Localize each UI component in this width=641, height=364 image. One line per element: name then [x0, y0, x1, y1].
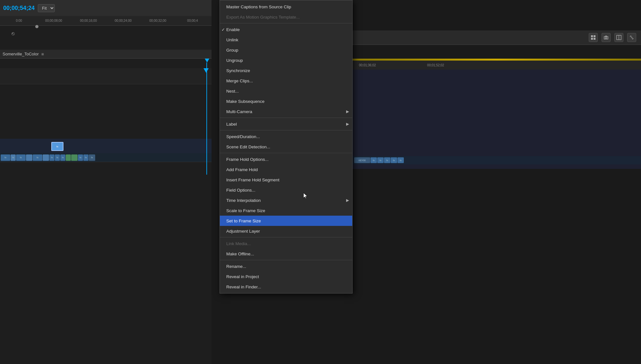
menu-item-field-options[interactable]: Field Options...	[220, 185, 352, 195]
track-row-1	[0, 68, 212, 84]
menu-item-merge-clips[interactable]: Merge Clips...	[220, 76, 352, 86]
svg-rect-1	[594, 35, 595, 37]
menu-item-frame-hold-options[interactable]: Frame Hold Options...	[220, 154, 352, 164]
menu-separator	[220, 23, 352, 23]
clip-6[interactable]	[43, 154, 49, 161]
menu-item-label-add-frame-hold: Add Frame Hold	[226, 167, 258, 172]
menu-separator	[220, 130, 352, 130]
menu-item-adjustment-layer[interactable]: Adjustment Layer	[220, 226, 352, 236]
menu-item-synchronize[interactable]: Synchronize	[220, 65, 352, 76]
checkmark-icon: ✓	[221, 27, 225, 32]
toolbar-icon-camera[interactable]	[602, 33, 611, 42]
fx-badge-5: fx	[37, 156, 38, 159]
toolbar-icon-1[interactable]	[589, 33, 598, 42]
timeline-right-panel	[353, 0, 641, 364]
right-clip-fx1[interactable]: fx	[370, 157, 377, 163]
key-label: KEY00	[359, 159, 366, 161]
ruler-mark-2: 00;00;16;00	[71, 19, 106, 22]
menu-item-reveal-finder[interactable]: Reveal in Finder...	[220, 282, 352, 292]
submenu-arrow-icon: ▶	[346, 109, 349, 114]
toolbar-icon-grid[interactable]	[614, 33, 623, 42]
fx-badge-7: fx	[51, 156, 53, 159]
clip-10[interactable]: fx	[78, 154, 83, 161]
menu-item-make-subsequence[interactable]: Make Subsequence	[220, 96, 352, 106]
menu-item-label[interactable]: Label▶	[220, 119, 352, 129]
right-clips-row: KEY00 fx fx fx fx fx	[353, 156, 641, 164]
sequence-menu-icon[interactable]: ≡	[41, 52, 44, 57]
menu-item-multi-camera[interactable]: Multi-Camera▶	[220, 106, 352, 117]
right-toolbar	[353, 30, 641, 45]
right-clip-key[interactable]: KEY00	[354, 157, 370, 163]
menu-item-scene-edit[interactable]: Scene Edit Detection...	[220, 142, 352, 152]
right-fx-4: fx	[393, 159, 395, 161]
clip-12[interactable]: fx	[89, 154, 95, 161]
clip-5[interactable]: fx	[33, 154, 42, 161]
menu-item-make-offline[interactable]: Make Offline...	[220, 249, 352, 259]
menu-item-master-captions[interactable]: Master Captions from Source Clip	[220, 2, 352, 12]
right-clip-fx2[interactable]: fx	[377, 157, 384, 163]
menu-item-add-frame-hold[interactable]: Add Frame Hold	[220, 164, 352, 175]
fit-dropdown[interactable]: Fit	[38, 4, 55, 12]
menu-item-link-media: Link Media...	[220, 238, 352, 249]
menu-item-label-make-subsequence: Make Subsequence	[226, 99, 264, 104]
top-bar: 00;00;54;24 Fit	[0, 0, 212, 16]
menu-item-insert-frame-hold[interactable]: Insert Frame Hold Segment	[220, 175, 352, 185]
menu-item-export-motion: Export As Motion Graphics Template...	[220, 12, 352, 22]
menu-item-reveal-project[interactable]: Reveal in Project	[220, 271, 352, 282]
right-clip-fx3[interactable]: fx	[384, 157, 390, 163]
export-icon[interactable]: ⎋	[10, 30, 17, 37]
menu-separator	[220, 237, 352, 237]
svg-rect-0	[591, 35, 593, 37]
clip-9[interactable]: fx	[60, 154, 65, 161]
fx-badge-2: fx	[12, 156, 14, 159]
clip-8[interactable]: fx	[55, 154, 60, 161]
menu-item-label-nest: Nest...	[226, 89, 239, 94]
clip-11[interactable]: fx	[83, 154, 88, 161]
menu-separator	[220, 153, 352, 153]
right-fx-1: fx	[373, 159, 375, 161]
clip-green-1[interactable]	[66, 154, 71, 161]
menu-item-group[interactable]: Group	[220, 45, 352, 55]
submenu-arrow-icon: ▶	[346, 198, 349, 203]
clip-green-2[interactable]	[71, 154, 78, 161]
right-fx-2: fx	[379, 159, 381, 161]
menu-separator	[220, 118, 352, 118]
right-clip-fx5[interactable]: fx	[397, 157, 404, 163]
toolbar-icon-link[interactable]	[627, 33, 636, 42]
menu-item-nest[interactable]: Nest...	[220, 86, 352, 96]
right-ruler: 00;01;36;02 00;01;52;02	[353, 61, 641, 70]
menu-item-label-label: Label	[226, 122, 237, 127]
sequence-label: Somerville_ToColor ≡	[0, 50, 212, 59]
menu-item-time-interpolation[interactable]: Time Interpolation▶	[220, 195, 352, 205]
selected-clip[interactable]: fx	[51, 142, 63, 151]
clip-1[interactable]: fx	[1, 154, 10, 161]
menu-separator	[220, 260, 352, 260]
right-clip-fx4[interactable]: fx	[391, 157, 397, 163]
clip-2[interactable]: fx	[11, 154, 16, 161]
menu-item-set-to-frame[interactable]: Set to Frame Size	[220, 216, 352, 226]
right-tracks-area: KEY00 fx fx fx fx fx	[353, 70, 641, 169]
ruler-mark-3: 00;00;24;00	[106, 19, 140, 22]
fx-badge-12: fx	[91, 156, 93, 159]
right-fx-5: fx	[400, 159, 402, 161]
ruler-mark-1: 00;00;08;00	[36, 19, 71, 22]
menu-item-speed-duration[interactable]: Speed/Duration...	[220, 131, 352, 142]
menu-item-enable[interactable]: ✓Enable	[220, 24, 352, 35]
menu-item-label-merge-clips: Merge Clips...	[226, 79, 253, 83]
menu-item-ungroup[interactable]: Ungroup	[220, 55, 352, 65]
clip-4[interactable]	[26, 154, 32, 161]
fx-badge-8: fx	[56, 156, 58, 159]
tracks-area: fx fx fx fx fx fx fx fx fx fx fx	[0, 59, 212, 364]
clip-3[interactable]: fx	[16, 154, 26, 161]
submenu-arrow-icon: ▶	[346, 122, 349, 126]
menu-item-unlink[interactable]: Unlink	[220, 35, 352, 45]
menu-item-rename[interactable]: Rename...	[220, 261, 352, 271]
menu-item-label-reveal-finder: Reveal in Finder...	[226, 285, 261, 289]
menu-item-label-make-offline: Make Offline...	[226, 252, 254, 256]
clip-7[interactable]: fx	[49, 154, 54, 161]
clips-row[interactable]: fx fx fx fx fx fx fx fx fx fx	[0, 153, 212, 162]
playhead-marker	[205, 59, 209, 62]
menu-item-label-scale-to-frame: Scale to Frame Size	[226, 208, 265, 213]
menu-item-scale-to-frame[interactable]: Scale to Frame Size	[220, 205, 352, 216]
menu-item-label-link-media: Link Media...	[226, 241, 251, 246]
